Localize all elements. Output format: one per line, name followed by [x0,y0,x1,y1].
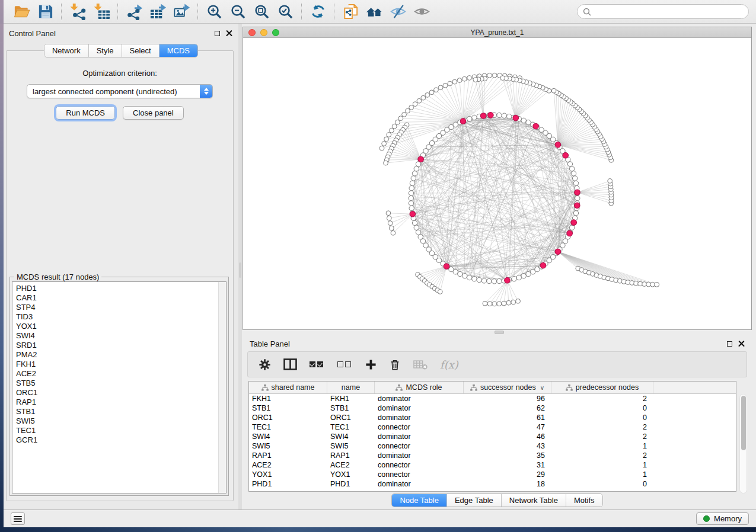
scrollbar-thumb[interactable] [741,396,746,450]
network-node[interactable] [571,171,576,176]
table-cell[interactable]: SWI5 [327,441,375,451]
zoom-selected-button[interactable] [273,2,297,22]
network-node[interactable] [472,277,477,281]
table-cell[interactable]: 2 [551,422,653,432]
table-cell[interactable]: connector [375,470,464,479]
network-node[interactable] [462,274,467,278]
network-node[interactable] [526,271,531,276]
network-node[interactable] [521,274,526,278]
zoom-in-button[interactable] [202,2,226,22]
network-node[interactable] [467,76,472,81]
table-cell[interactable]: SWI4 [327,432,375,441]
mcds-dominator-node[interactable] [575,190,580,196]
network-node[interactable] [492,73,497,78]
table-settings-button[interactable] [259,358,271,371]
table-cell[interactable]: ACE2 [249,460,327,470]
network-frame-titlebar[interactable]: YPA_prune.txt_1 [243,27,751,38]
table-cell[interactable]: ACE2 [327,460,375,470]
table-cell[interactable]: SWI5 [249,441,327,451]
network-node[interactable] [497,302,502,306]
table-row[interactable]: RAP1RAP1dominator352 [249,451,736,460]
refresh-view-button[interactable] [306,2,330,22]
network-node[interactable] [452,79,457,84]
network-node[interactable] [402,112,407,117]
network-node[interactable] [467,116,471,121]
mcds-result-item[interactable]: ORC1 [16,388,216,398]
column-header-successor-nodes[interactable]: successor nodes ∨ [464,382,551,393]
table-row[interactable]: ACE2ACE2connector311 [249,460,736,470]
float-panel-icon[interactable] [215,31,220,36]
save-session-button[interactable] [33,2,57,22]
table-cell[interactable] [653,432,736,441]
network-node[interactable] [412,220,417,225]
zoom-out-button[interactable] [226,2,250,22]
table-cell[interactable]: dominator [375,479,464,489]
table-cell[interactable]: RAP1 [327,451,375,460]
table-cell[interactable]: 1 [551,441,653,451]
network-node[interactable] [487,278,492,283]
table-row[interactable]: ORC1ORC1dominator610 [249,413,736,422]
mcds-dominator-node[interactable] [418,156,424,162]
network-node[interactable] [516,275,521,280]
optimization-criterion-select[interactable]: largest connected component (undirected) [27,84,213,98]
network-node[interactable] [438,85,443,90]
network-node[interactable] [391,230,395,235]
mcds-result-item[interactable]: PHD1 [16,284,216,293]
network-node[interactable] [387,133,391,137]
duplicate-network-button[interactable] [339,2,362,22]
table-cell[interactable]: 0 [551,479,653,489]
network-node[interactable] [382,142,387,146]
mcds-result-item[interactable]: TID3 [16,312,216,322]
result-scrollbar[interactable] [218,282,226,493]
network-node[interactable] [421,95,426,100]
table-cell[interactable] [653,451,736,460]
network-node[interactable] [457,78,462,83]
network-node[interactable] [492,302,497,306]
network-node[interactable] [392,124,397,129]
table-cell[interactable]: 18 [464,479,551,489]
network-node[interactable] [409,191,413,196]
table-cell[interactable]: FKH1 [249,394,327,403]
table-cell[interactable]: 2 [551,432,653,441]
network-node[interactable] [573,181,578,185]
table-cell[interactable]: TEC1 [249,422,327,432]
table-cell[interactable]: dominator [375,394,464,403]
network-node[interactable] [477,277,481,282]
table-cell[interactable]: PHD1 [327,479,375,489]
network-node[interactable] [448,81,452,86]
mcds-result-item[interactable]: STP4 [16,303,216,312]
network-node[interactable] [409,196,413,200]
network-node[interactable] [511,300,516,305]
table-cell[interactable] [653,441,736,451]
network-node[interactable] [500,76,505,81]
network-node[interactable] [569,166,574,171]
table-cell[interactable]: FKH1 [327,394,375,403]
table-cell[interactable] [653,413,736,422]
table-cell[interactable] [653,479,736,489]
search-input[interactable] [595,7,743,16]
table-cell[interactable]: connector [375,422,464,432]
mcds-dominator-node[interactable] [555,249,561,255]
mcds-dominator-node[interactable] [574,203,580,209]
table-row[interactable]: SWI5SWI5connector431 [249,441,736,451]
import-network-button[interactable] [66,2,90,22]
table-cell[interactable]: connector [375,460,464,470]
network-node[interactable] [412,171,417,176]
tab-node-table[interactable]: Node Table [392,494,447,507]
mcds-result-item[interactable]: TEC1 [16,426,216,435]
mcds-dominator-node[interactable] [480,113,486,119]
network-node[interactable] [384,161,388,165]
table-cell[interactable]: ORC1 [249,413,327,422]
network-node[interactable] [502,301,506,306]
mcds-dominator-node[interactable] [533,123,539,129]
memory-button[interactable]: Memory [696,512,749,525]
table-cell[interactable] [653,394,736,403]
network-node[interactable] [406,108,410,113]
table-cell[interactable]: dominator [375,451,464,460]
export-image-button[interactable] [170,2,193,22]
zoom-fit-button[interactable] [250,2,273,22]
network-node[interactable] [384,137,389,142]
network-node[interactable] [411,176,416,181]
network-node[interactable] [410,181,414,185]
column-header-shared-name[interactable]: shared name [249,382,327,393]
